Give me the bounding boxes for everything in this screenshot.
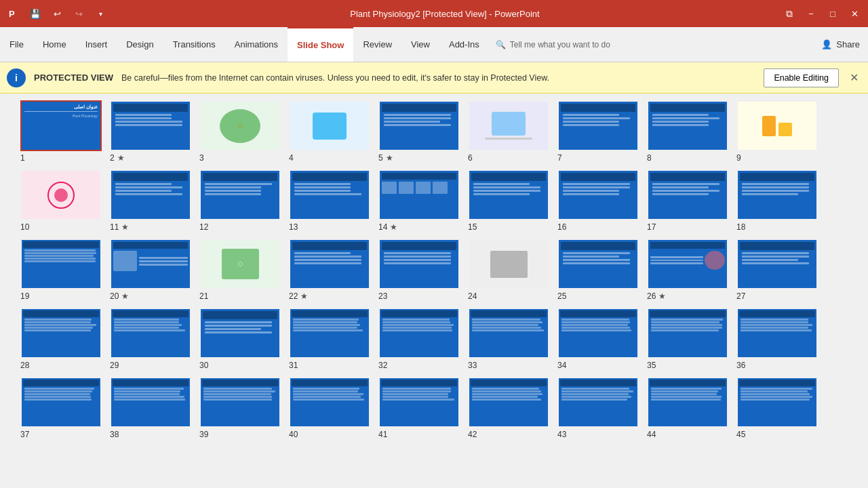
- slide-thumbnail-24[interactable]: [468, 239, 549, 289]
- slide-thumbnail-27[interactable]: [736, 239, 818, 289]
- slide-thumbnail-31[interactable]: [289, 308, 370, 359]
- tab-review[interactable]: Review: [353, 27, 401, 62]
- list-item[interactable]: عنوان اصلی Plant Physiology 1: [20, 100, 102, 163]
- powerpoint-logo-icon[interactable]: P: [5, 5, 22, 22]
- slide-thumbnail-38[interactable]: [110, 377, 191, 428]
- list-item[interactable]: 5★: [378, 100, 460, 163]
- list-item[interactable]: 38: [110, 377, 191, 439]
- slide-thumbnail-36[interactable]: [736, 308, 818, 359]
- list-item[interactable]: 8: [647, 100, 728, 163]
- slide-thumbnail-16[interactable]: [557, 169, 639, 220]
- slide-thumbnail-43[interactable]: [557, 377, 639, 428]
- tab-insert[interactable]: Insert: [76, 27, 117, 62]
- list-item[interactable]: 25: [557, 239, 639, 301]
- slide-thumbnail-8[interactable]: [647, 100, 728, 151]
- slide-thumbnail-45[interactable]: [736, 377, 818, 428]
- list-item[interactable]: 28: [20, 308, 102, 370]
- list-item[interactable]: 43: [557, 377, 639, 439]
- list-item[interactable]: 45: [736, 377, 818, 439]
- slide-thumbnail-14[interactable]: [378, 169, 460, 220]
- tab-view[interactable]: View: [401, 27, 439, 62]
- slide-thumbnail-11[interactable]: [110, 169, 191, 220]
- slide-thumbnail-3[interactable]: 🌿: [199, 100, 281, 151]
- slide-thumbnail-39[interactable]: [199, 377, 281, 428]
- list-item[interactable]: 4: [289, 100, 370, 163]
- list-item[interactable]: 36: [736, 308, 818, 370]
- list-item[interactable]: 27: [736, 239, 818, 301]
- list-item[interactable]: ⬡ 21: [199, 239, 281, 301]
- slide-thumbnail-2[interactable]: [110, 100, 191, 151]
- list-item[interactable]: 39: [199, 377, 281, 439]
- slide-thumbnail-15[interactable]: [468, 169, 549, 220]
- slide-thumbnail-7[interactable]: [557, 100, 639, 151]
- slide-thumbnail-42[interactable]: [468, 377, 549, 428]
- slide-thumbnail-4[interactable]: [289, 100, 370, 151]
- minimize-button[interactable]: −: [803, 5, 819, 22]
- redo-icon[interactable]: ↪: [71, 5, 87, 22]
- slide-thumbnail-18[interactable]: [736, 169, 818, 220]
- save-icon[interactable]: 💾: [27, 5, 43, 22]
- slide-thumbnail-26[interactable]: [647, 239, 728, 289]
- restore-icon[interactable]: ⧉: [781, 5, 797, 22]
- slide-thumbnail-5[interactable]: [378, 100, 460, 151]
- slide-thumbnail-13[interactable]: [289, 169, 370, 220]
- maximize-button[interactable]: □: [825, 5, 841, 22]
- slide-thumbnail-21[interactable]: ⬡: [199, 239, 281, 289]
- tab-design[interactable]: Design: [117, 27, 163, 62]
- slide-thumbnail-1[interactable]: عنوان اصلی Plant Physiology: [20, 100, 102, 151]
- list-item[interactable]: 30: [199, 308, 281, 370]
- undo-icon[interactable]: ↩: [49, 5, 65, 22]
- slide-thumbnail-28[interactable]: [20, 308, 102, 359]
- list-item[interactable]: 42: [468, 377, 549, 439]
- list-item[interactable]: 31: [289, 308, 370, 370]
- close-button[interactable]: ✕: [846, 5, 863, 22]
- list-item[interactable]: 32: [378, 308, 460, 370]
- list-item[interactable]: 19: [20, 239, 102, 301]
- list-item[interactable]: 26★: [647, 239, 728, 301]
- slide-thumbnail-40[interactable]: [289, 377, 370, 428]
- slide-thumbnail-12[interactable]: [199, 169, 281, 220]
- slide-thumbnail-35[interactable]: [647, 308, 728, 359]
- list-item[interactable]: 11★: [110, 169, 191, 232]
- list-item[interactable]: 29: [110, 308, 191, 370]
- list-item[interactable]: 🌿 3: [199, 100, 281, 163]
- slide-thumbnail-41[interactable]: [378, 377, 460, 428]
- list-item[interactable]: 35: [647, 308, 728, 370]
- quick-access-dropdown-icon[interactable]: ▾: [92, 5, 108, 22]
- tab-animations[interactable]: Animations: [225, 27, 288, 62]
- protected-view-close-icon[interactable]: ✕: [847, 68, 861, 87]
- slide-thumbnail-20[interactable]: [110, 239, 191, 289]
- list-item[interactable]: 34: [557, 308, 639, 370]
- list-item[interactable]: 2★: [110, 100, 191, 163]
- slide-thumbnail-44[interactable]: [647, 377, 728, 428]
- tab-slideshow[interactable]: Slide Show: [288, 27, 353, 62]
- list-item[interactable]: 16: [557, 169, 639, 232]
- slide-thumbnail-33[interactable]: [468, 308, 549, 359]
- list-item[interactable]: 13: [289, 169, 370, 232]
- list-item[interactable]: 10: [20, 169, 102, 232]
- slide-thumbnail-17[interactable]: [647, 169, 728, 220]
- tab-addins[interactable]: Add-Ins: [439, 27, 489, 62]
- tab-file[interactable]: File: [0, 27, 33, 62]
- list-item[interactable]: 18: [736, 169, 818, 232]
- slide-thumbnail-29[interactable]: [110, 308, 191, 359]
- slide-thumbnail-6[interactable]: [468, 100, 549, 151]
- slide-thumbnail-34[interactable]: [557, 308, 639, 359]
- list-item[interactable]: 9: [736, 100, 818, 163]
- slide-thumbnail-22[interactable]: [289, 239, 370, 289]
- list-item[interactable]: 41: [378, 377, 460, 439]
- slide-thumbnail-23[interactable]: [378, 239, 460, 289]
- list-item[interactable]: 37: [20, 377, 102, 439]
- ribbon-search[interactable]: 🔍 Tell me what you want to do: [489, 27, 814, 62]
- list-item[interactable]: 17: [647, 169, 728, 232]
- list-item[interactable]: 44: [647, 377, 728, 439]
- list-item[interactable]: 33: [468, 308, 549, 370]
- list-item[interactable]: 23: [378, 239, 460, 301]
- slide-thumbnail-19[interactable]: [20, 239, 102, 289]
- list-item[interactable]: 6: [468, 100, 549, 163]
- list-item[interactable]: 12: [199, 169, 281, 232]
- share-button[interactable]: 👤 Share: [813, 27, 868, 62]
- slide-thumbnail-32[interactable]: [378, 308, 460, 359]
- list-item[interactable]: 40: [289, 377, 370, 439]
- list-item[interactable]: 7: [557, 100, 639, 163]
